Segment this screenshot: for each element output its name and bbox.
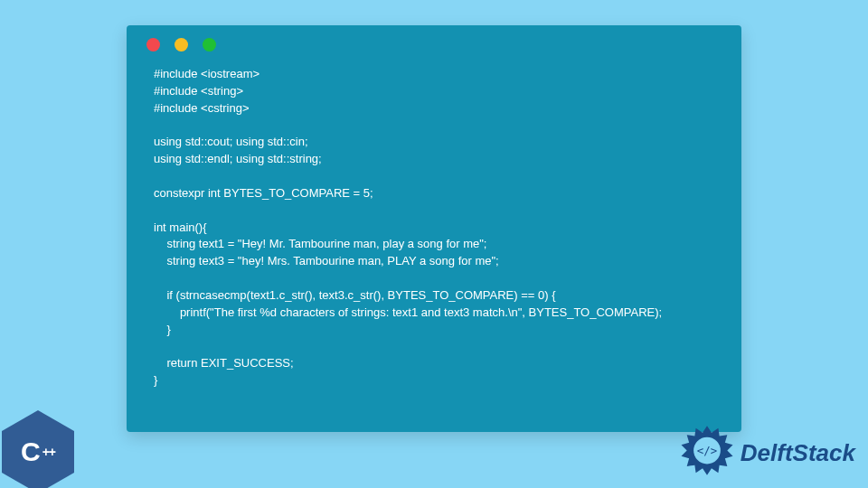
close-icon — [146, 38, 160, 52]
code-line: string text3 = "hey! Mrs. Tambourine man… — [154, 254, 499, 267]
code-line: constexpr int BYTES_TO_COMPARE = 5; — [154, 186, 373, 200]
code-window: #include <iostream> #include <string> #i… — [127, 25, 741, 432]
minimize-icon — [175, 38, 188, 52]
delftstack-text: DelftStack — [741, 439, 855, 467]
delftstack-logo: </> DelftStack — [679, 425, 855, 481]
code-line: #include <string> — [154, 84, 243, 98]
code-line: if (strncasecmp(text1.c_str(), text3.c_s… — [154, 288, 556, 302]
maximize-icon — [203, 38, 216, 52]
code-line: } — [154, 323, 171, 336]
cpp-plus: ++ — [42, 448, 55, 456]
code-line: #include <iostream> — [154, 67, 259, 80]
code-line: printf("The first %d characters of strin… — [154, 305, 662, 319]
gear-icon: </> — [679, 425, 735, 481]
window-traffic-lights — [127, 25, 741, 61]
code-line: using std::endl; using std::string; — [154, 152, 322, 165]
code-block: #include <iostream> #include <string> #i… — [127, 61, 741, 408]
code-line: } — [154, 373, 157, 387]
cpp-letter: C — [21, 436, 41, 467]
cpp-logo-icon: C ++ — [2, 410, 81, 488]
code-line: using std::cout; using std::cin; — [154, 135, 308, 148]
code-line: #include <cstring> — [154, 101, 250, 115]
code-line: string text1 = "Hey! Mr. Tambourine man,… — [154, 237, 486, 250]
code-line: return EXIT_SUCCESS; — [154, 356, 294, 370]
code-line: int main(){ — [154, 221, 207, 234]
svg-text:</>: </> — [697, 444, 717, 457]
